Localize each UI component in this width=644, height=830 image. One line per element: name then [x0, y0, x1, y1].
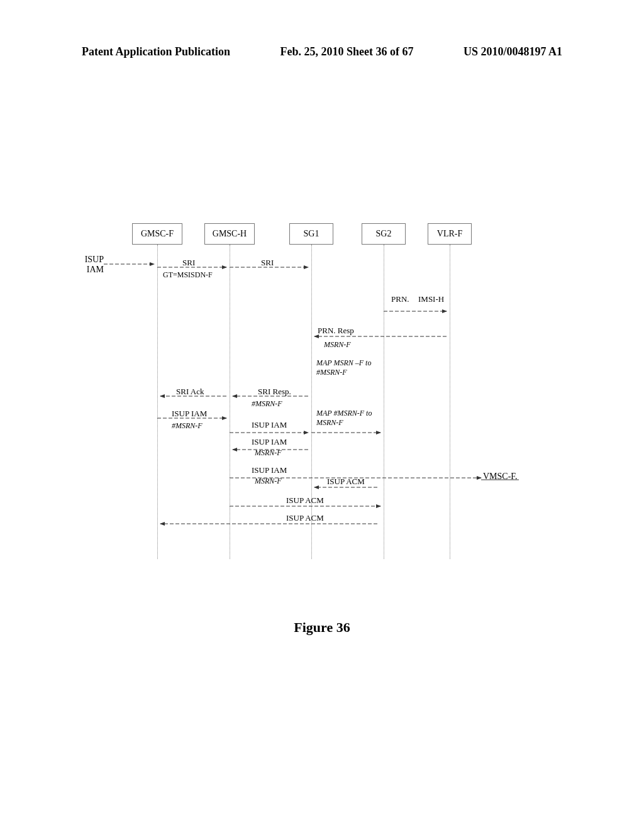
page-header: Patent Application Publication Feb. 25, … [0, 45, 644, 58]
arrows-svg [79, 223, 557, 563]
figure-caption: Figure 36 [0, 619, 644, 636]
header-left: Patent Application Publication [82, 45, 230, 58]
sequence-diagram: GMSC-F GMSC-H SG1 SG2 VLR-F ISUP IAM VMS… [79, 223, 557, 563]
header-right: US 2010/0048197 A1 [464, 45, 562, 58]
header-center: Feb. 25, 2010 Sheet 36 of 67 [280, 45, 414, 58]
